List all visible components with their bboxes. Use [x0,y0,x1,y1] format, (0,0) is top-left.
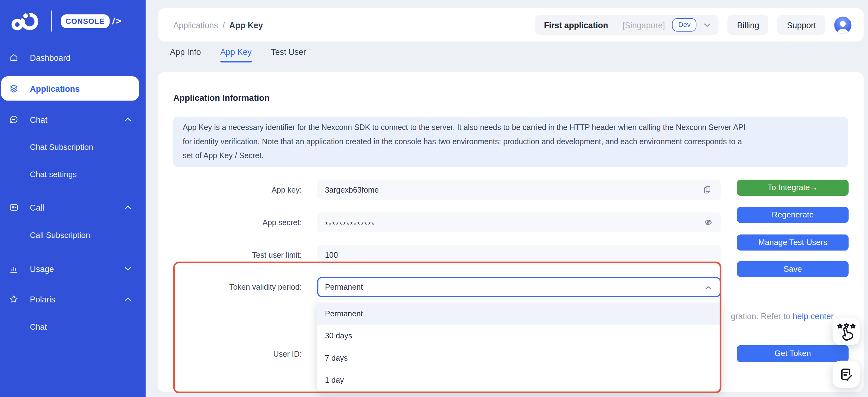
app-secret-label: App secret: [175,212,302,232]
help-text-fragment: gration. Refer to [731,311,793,321]
brand-logo-icon [11,8,43,34]
sidebar-item-label: Chat [30,115,48,124]
top-header: Applications / App Key First application… [158,8,864,41]
environment-badge: Dev [672,18,696,32]
sidebar-item-label: Call Subscription [30,231,90,240]
selected-application-name: First application [544,20,608,30]
regenerate-button[interactable]: Regenerate [737,207,848,223]
dropdown-option-7-days[interactable]: 7 days [317,347,721,369]
info-line: for identity verification. Note that an … [183,135,838,148]
sidebar-item-chat[interactable]: Chat [1,107,139,132]
dropdown-option-permanent[interactable]: Permanent [317,302,721,324]
support-label: Support [787,20,816,30]
test-user-limit-text: 100 [325,251,338,260]
breadcrumb-applications[interactable]: Applications [173,20,218,30]
dropdown-option-30-days[interactable]: 30 days [317,325,721,347]
copy-icon[interactable] [703,185,712,194]
chevron-down-icon [704,22,711,27]
app-key-text: 3argexb63fome [325,185,379,194]
header-right: First application [Singapore] Dev Billin… [535,15,851,35]
tab-label: App Info [170,47,201,57]
test-user-limit-value: 100 [317,245,721,265]
info-banner: App Key is a necessary identifier for th… [173,117,848,167]
hand-stars-icon [836,322,856,341]
sidebar-item-call[interactable]: Call [1,195,139,219]
token-validity-value: Permanent [325,283,363,292]
app-key-value: 3argexb63fome [317,180,721,200]
sidebar-item-polaris[interactable]: Polaris [1,287,139,311]
sidebar-item-label: Chat Subscription [30,143,93,152]
chevron-up-icon [124,297,131,301]
breadcrumb-current: App Key [229,20,262,30]
billing-label: Billing [737,20,759,30]
breadcrumb-separator: / [223,20,225,30]
token-validity-dropdown: Permanent 30 days 7 days 1 day [317,300,721,391]
tab-app-key[interactable]: App Key [220,41,252,63]
chat-bubble-icon [9,114,19,124]
support-button[interactable]: Support [777,15,825,35]
sidebar-item-label: Polaris [30,295,55,304]
logo-divider [51,10,52,32]
sidebar-nav: Dashboard Applications Chat Chat Subscri… [0,42,146,338]
survey-edit-icon [838,366,854,383]
logo-row: CONSOLE /> [0,0,146,42]
sidebar-item-label: Dashboard [30,53,70,62]
to-integrate-button[interactable]: To Integrate→ [737,180,848,196]
chevron-up-icon [705,285,712,290]
home-icon [9,53,19,62]
info-line: App Key is a necessary identifier for th… [183,121,838,135]
app-secret-text: ************** [325,214,375,234]
get-token-button[interactable]: Get Token [737,345,848,362]
app-secret-value: ************** [317,212,721,232]
test-user-limit-label: Test user limit: [175,245,302,265]
sidebar-item-applications[interactable]: Applications [1,76,139,100]
save-button[interactable]: Save [737,261,848,277]
avatar[interactable] [834,16,851,33]
token-validity-label: Token validity period: [175,277,302,297]
breadcrumb: Applications / App Key [173,20,263,30]
user-icon [834,18,851,33]
dropdown-option-1-day[interactable]: 1 day [317,369,721,391]
tab-label: App Key [220,47,252,57]
eye-off-icon[interactable] [704,218,713,227]
help-text: gration. Refer to help center [731,311,834,321]
layers-icon [9,84,19,93]
sidebar-item-chat-subscription[interactable]: Chat Subscription [1,136,139,158]
feedback-widget-button[interactable] [833,361,860,388]
tab-label: Test User [271,47,306,57]
tab-bar: App Info App Key Test User [170,41,306,63]
tab-app-info[interactable]: App Info [170,41,201,63]
sidebar-item-call-subscription[interactable]: Call Subscription [1,224,139,246]
sidebar: CONSOLE /> Dashboard Applications Chat C… [0,0,146,397]
sidebar-item-label: Applications [30,84,80,93]
console-logo-text: CONSOLE [61,14,109,28]
sidebar-item-usage[interactable]: Usage [1,257,139,281]
user-id-label: User ID: [175,344,302,364]
rating-widget-button[interactable] [833,318,860,345]
video-camera-icon [9,202,19,212]
sidebar-item-dashboard[interactable]: Dashboard [1,45,139,69]
chevron-down-icon [124,267,131,271]
token-validity-select[interactable]: Permanent [317,277,721,297]
chevron-up-icon [124,117,131,122]
info-line: set of App Key / Secret. [183,149,838,163]
billing-button[interactable]: Billing [728,15,769,35]
sidebar-item-polaris-chat[interactable]: Chat [1,316,139,338]
manage-test-users-button[interactable]: Manage Test Users [737,234,848,251]
content-card: Application Information App Key is a nec… [158,72,864,392]
page-title: Application Information [173,93,270,103]
bar-chart-icon [9,264,19,274]
console-logo-suffix: /> [112,16,122,26]
sidebar-item-label: Chat settings [30,170,77,179]
sidebar-item-label: Chat [30,323,47,332]
application-selector[interactable]: First application [Singapore] Dev [535,15,719,35]
chevron-up-icon [124,205,131,210]
app-key-label: App key: [175,180,302,200]
sidebar-item-chat-settings[interactable]: Chat settings [1,163,139,185]
tab-test-user[interactable]: Test User [271,41,306,63]
sidebar-item-label: Usage [30,264,54,273]
page: CONSOLE /> Dashboard Applications Chat C… [0,0,868,397]
console-logo: CONSOLE /> [61,14,122,28]
star-icon [9,294,19,304]
help-center-link[interactable]: help center [793,311,834,321]
